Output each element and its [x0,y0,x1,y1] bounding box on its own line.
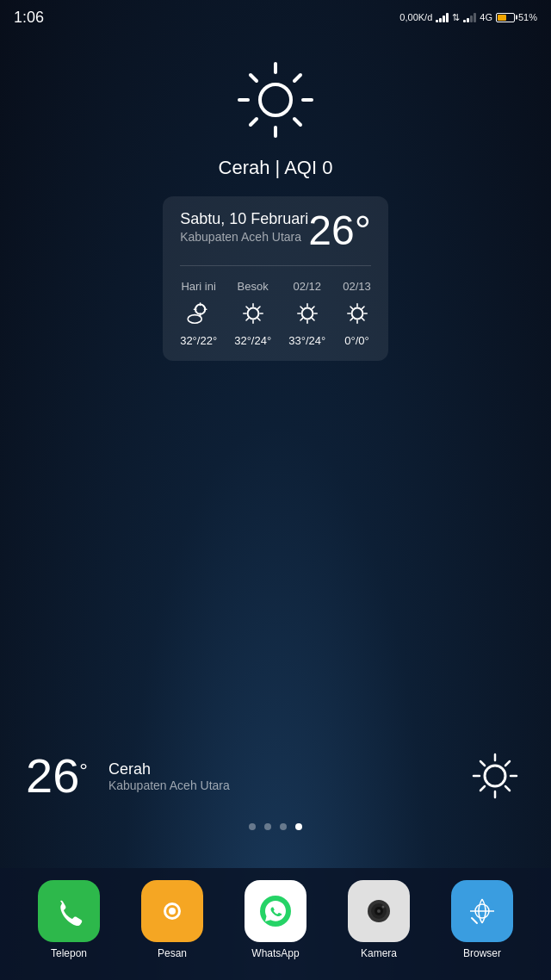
status-bar: 1:06 0,00K/d ⇅ 4G 51% [0,0,551,31]
browser-icon [451,880,513,942]
forecast-temp-tomorrow: 32°/24° [234,334,271,347]
svg-line-21 [257,319,259,320]
forecast-icon-tomorrow [239,300,267,327]
dock-item-telepon[interactable]: Telepon [38,880,100,959]
page-dots [0,823,551,830]
svg-point-58 [377,909,381,913]
svg-point-59 [382,906,385,909]
svg-point-14 [188,315,201,324]
svg-line-39 [362,319,363,320]
network-speed: 0,00K/d [399,12,432,22]
forecast-label-today: Hari ini [181,280,215,293]
forecast-temp-0212: 33°/24° [288,334,325,347]
svg-point-15 [247,308,258,319]
svg-line-6 [294,75,300,81]
forecast-icon-0212 [294,300,321,327]
weather-divider [180,265,371,266]
weather-card: Sabtu, 10 Februari Kabupaten Aceh Utara … [163,196,388,361]
camera-icon [348,880,410,942]
svg-line-50 [480,786,485,791]
dock-label-kamera: Kamera [361,947,397,959]
forecast-icon-0213 [344,300,371,327]
whatsapp-app-icon [245,880,306,942]
dock-label-telepon: Telepon [51,947,87,959]
weather-condition-text: Cerah | AQI 0 [219,157,333,179]
dock-item-pesan[interactable]: Pesan [141,880,203,959]
svg-line-47 [480,761,485,766]
phone-icon [38,880,100,942]
svg-point-33 [351,308,362,319]
dock-item-kamera[interactable]: Kamera [348,880,410,959]
signal-icon-1 [436,12,449,22]
weather-date: Sabtu, 10 Februari [180,210,308,228]
svg-line-4 [251,75,257,81]
dock-item-whatsapp[interactable]: WhatsApp [245,880,306,959]
weather-location: Sabtu, 10 Februari Kabupaten Aceh Utara [180,210,308,244]
svg-point-24 [301,308,313,319]
dot-1 [249,823,256,830]
forecast-label-0213: 02/13 [343,280,371,293]
signal-icon-2 [463,12,476,22]
forecast-temp-0213: 0°/0° [344,334,368,347]
forecast-icon-today [185,300,213,327]
battery-icon [496,13,515,22]
svg-line-38 [350,307,352,308]
screen: 1:06 0,00K/d ⇅ 4G 51% [0,0,551,980]
weather-forecast: Hari ini 32°/22° Besok [180,280,371,347]
dock-label-whatsapp: WhatsApp [251,947,299,959]
svg-line-32 [300,319,302,320]
dot-2 [264,823,271,830]
dot-4 [295,823,302,830]
svg-line-5 [294,119,300,125]
svg-line-29 [300,307,302,308]
svg-line-49 [505,761,510,766]
sun-icon-large [232,57,319,143]
swap-icon: ⇅ [452,12,460,23]
weather-bottom-section: 26 ° Cerah Kabupaten Aceh Utara [0,361,551,868]
weather-temp-big: 26° [308,210,371,251]
svg-line-30 [312,319,313,320]
weather-top-widget: Cerah | AQI 0 Sabtu, 10 Februari Kabupat… [0,31,551,361]
bottom-location: Kabupaten Aceh Utara [108,778,465,792]
bottom-temperature: 26 [26,752,79,800]
svg-line-23 [246,319,248,320]
status-time: 1:06 [14,9,44,27]
bottom-sun-icon [465,746,525,806]
dock: Telepon Pesan WhatsApp [0,868,551,980]
bottom-temp-group: 26 ° [26,752,95,800]
dock-label-browser: Browser [463,947,501,959]
dock-label-pesan: Pesan [158,947,187,959]
bottom-condition: Cerah [108,760,465,778]
forecast-label-tomorrow: Besok [238,280,269,293]
svg-line-41 [350,319,352,320]
svg-point-53 [169,908,176,915]
svg-line-22 [257,307,259,308]
forecast-label-0212: 02/12 [293,280,321,293]
svg-point-42 [485,766,505,786]
network-type: 4G [480,12,492,22]
dot-3 [280,823,287,830]
status-right: 0,00K/d ⇅ 4G 51% [399,12,537,23]
forecast-item-0213: 02/13 0°/0° [343,280,371,347]
weather-bottom-bar: 26 ° Cerah Kabupaten Aceh Utara [0,746,551,806]
battery-percent: 51% [518,12,537,22]
bottom-degree: ° [79,759,88,783]
svg-line-31 [312,307,313,308]
svg-line-40 [362,307,363,308]
pesan-icon [141,880,203,942]
weather-city: Kabupaten Aceh Utara [180,230,308,244]
dock-item-browser[interactable]: Browser [451,880,513,959]
forecast-temp-today: 32°/22° [180,334,217,347]
forecast-item-today: Hari ini 32°/22° [180,280,217,347]
svg-point-8 [260,84,291,115]
svg-line-7 [251,119,257,125]
forecast-item-0212: 02/12 33°/24° [288,280,325,347]
forecast-item-tomorrow: Besok 32°/24° [234,280,271,347]
svg-line-48 [505,786,510,791]
svg-point-9 [195,305,205,314]
bottom-weather-info: Cerah Kabupaten Aceh Utara [108,760,465,792]
weather-current: Sabtu, 10 Februari Kabupaten Aceh Utara … [180,210,371,251]
svg-line-20 [246,307,248,308]
